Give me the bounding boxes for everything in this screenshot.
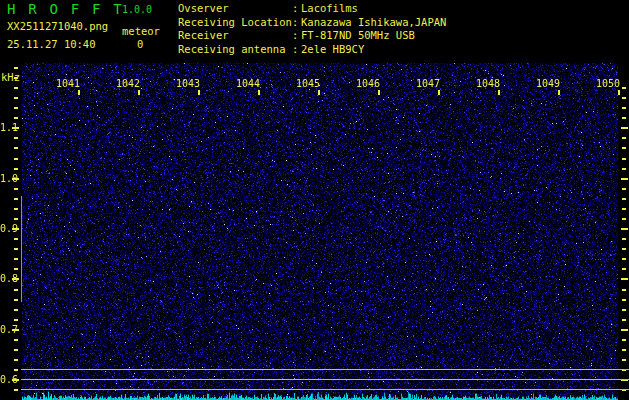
reference-line — [21, 379, 629, 380]
y-tick-label: 0.8 — [0, 273, 13, 284]
x-tick-mark — [78, 90, 80, 95]
y-tick-mark — [14, 238, 18, 240]
y-tick-mark — [622, 309, 626, 311]
y-tick-mark — [14, 87, 18, 89]
y-tick-mark — [622, 168, 626, 170]
y-tick-mark — [622, 117, 626, 119]
y-tick-mark — [622, 188, 626, 190]
x-tick-mark — [318, 90, 320, 95]
y-tick-mark — [622, 208, 626, 210]
y-tick-mark — [621, 329, 628, 331]
x-tick-label: 1043 — [170, 78, 200, 89]
y-tick-label: 1.1 — [0, 122, 13, 133]
y-tick-mark — [622, 339, 626, 341]
y-tick-mark — [14, 258, 18, 260]
location-label: Receiving Location — [178, 16, 292, 30]
y-tick-mark — [14, 198, 18, 200]
y-tick-mark — [622, 107, 626, 109]
x-tick-label: 1042 — [110, 78, 140, 89]
y-tick-mark — [621, 127, 628, 129]
y-tick-mark — [622, 349, 626, 351]
y-tick-mark — [14, 208, 18, 210]
y-tick-mark — [622, 218, 626, 220]
info-colon: : — [292, 16, 301, 30]
y-tick-mark — [622, 147, 626, 149]
y-tick-mark — [622, 238, 626, 240]
y-tick-mark — [622, 258, 626, 260]
station-info: Ovserver:Lacofilms Receiving Location:Ka… — [178, 2, 446, 56]
output-filename: XX2511271040.png — [7, 20, 108, 32]
y-tick-mark — [621, 228, 628, 230]
info-colon: : — [292, 2, 301, 16]
y-tick-mark — [622, 87, 626, 89]
x-tick-mark — [138, 90, 140, 95]
y-tick-mark — [622, 319, 626, 321]
y-tick-mark — [14, 248, 18, 250]
y-tick-mark — [14, 299, 18, 301]
y-tick-mark — [14, 319, 18, 321]
y-tick-mark — [622, 137, 626, 139]
hrofft-window: H R O F F T 1.0.0 XX2511271040.png meteo… — [0, 0, 629, 400]
y-tick-mark — [14, 309, 18, 311]
y-tick-mark — [622, 198, 626, 200]
y-tick-label: 1.0 — [0, 173, 13, 184]
antenna-value: 2ele HB9CY — [301, 43, 364, 57]
x-tick-label: 1046 — [350, 78, 380, 89]
y-tick-mark — [622, 248, 626, 250]
reference-line — [21, 389, 629, 390]
info-colon: : — [292, 29, 301, 43]
y-tick-mark — [14, 218, 18, 220]
y-tick-mark — [622, 97, 626, 99]
spectrogram-canvas — [22, 63, 618, 400]
receiver-label: Receiver — [178, 29, 292, 43]
observer-value: Lacofilms — [301, 2, 358, 16]
x-tick-label: 1050 — [590, 78, 620, 89]
echo-count: 0 — [137, 38, 143, 50]
y-tick-mark — [14, 349, 18, 351]
y-tick-mark — [621, 178, 628, 180]
x-tick-label: 1044 — [230, 78, 260, 89]
app-version: 1.0.0 — [122, 4, 152, 15]
location-value: Kanazawa Ishikawa,JAPAN — [301, 16, 446, 30]
signal-marker-line — [21, 196, 22, 302]
y-tick-mark — [622, 299, 626, 301]
y-tick-mark — [14, 188, 18, 190]
observer-row: Ovserver:Lacofilms — [178, 2, 446, 16]
antenna-row: Receiving antenna:2ele HB9CY — [178, 43, 446, 57]
y-tick-label: 0.9 — [0, 223, 13, 234]
y-tick-label: 0.6 — [0, 374, 13, 385]
location-row: Receiving Location:Kanazawa Ishikawa,JAP… — [178, 16, 446, 30]
y-tick-mark — [14, 158, 18, 160]
y-tick-mark — [14, 289, 18, 291]
y-tick-mark — [14, 339, 18, 341]
y-tick-mark — [14, 77, 18, 79]
y-tick-mark — [622, 359, 626, 361]
x-tick-mark — [498, 90, 500, 95]
y-tick-mark — [622, 158, 626, 160]
x-tick-label: 1047 — [410, 78, 440, 89]
y-tick-mark — [621, 278, 628, 280]
y-tick-mark — [14, 67, 18, 69]
x-tick-label: 1041 — [50, 78, 80, 89]
y-tick-mark — [14, 107, 18, 109]
y-tick-mark — [14, 168, 18, 170]
datetime-label: 25.11.27 10:40 — [7, 38, 96, 50]
receiver-value: FT-817ND 50MHz USB — [301, 29, 415, 43]
mode-label: meteor — [122, 25, 160, 37]
receiver-row: Receiver:FT-817ND 50MHz USB — [178, 29, 446, 43]
y-tick-mark — [14, 147, 18, 149]
y-tick-label: 0.7 — [0, 324, 13, 335]
y-tick-mark — [14, 268, 18, 270]
x-tick-mark — [198, 90, 200, 95]
x-tick-label: 1048 — [470, 78, 500, 89]
x-tick-label: 1049 — [530, 78, 560, 89]
observer-label: Ovserver — [178, 2, 292, 16]
x-tick-mark — [438, 90, 440, 95]
reference-line — [21, 369, 629, 370]
y-tick-mark — [14, 369, 18, 371]
y-tick-mark — [622, 268, 626, 270]
x-tick-mark — [558, 90, 560, 95]
info-colon: : — [292, 43, 301, 57]
y-tick-mark — [14, 117, 18, 119]
antenna-label: Receiving antenna — [178, 43, 292, 57]
